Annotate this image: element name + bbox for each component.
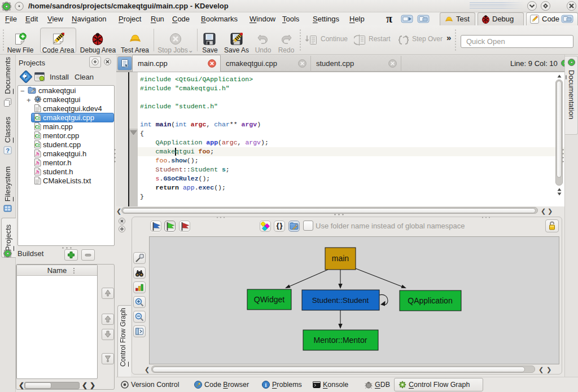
svg-text:QApplication: QApplication [408,296,452,305]
svg-text:.h: .h [35,151,40,157]
svg-text:.h: .h [35,169,40,175]
svg-text:Mentor::Mentor: Mentor::Mentor [314,336,367,345]
svg-text:C: C [35,142,39,148]
svg-text:.h: .h [35,160,40,166]
svg-text:Student::Student: Student::Student [312,296,369,305]
svg-text:main: main [332,254,349,263]
svg-text:QWidget: QWidget [254,295,285,304]
svg-text:C: C [35,133,39,139]
svg-text:i: i [265,382,267,388]
svg-text:C: C [35,114,39,121]
svg-text:C: C [35,124,39,130]
svg-text:?: ? [6,147,10,154]
